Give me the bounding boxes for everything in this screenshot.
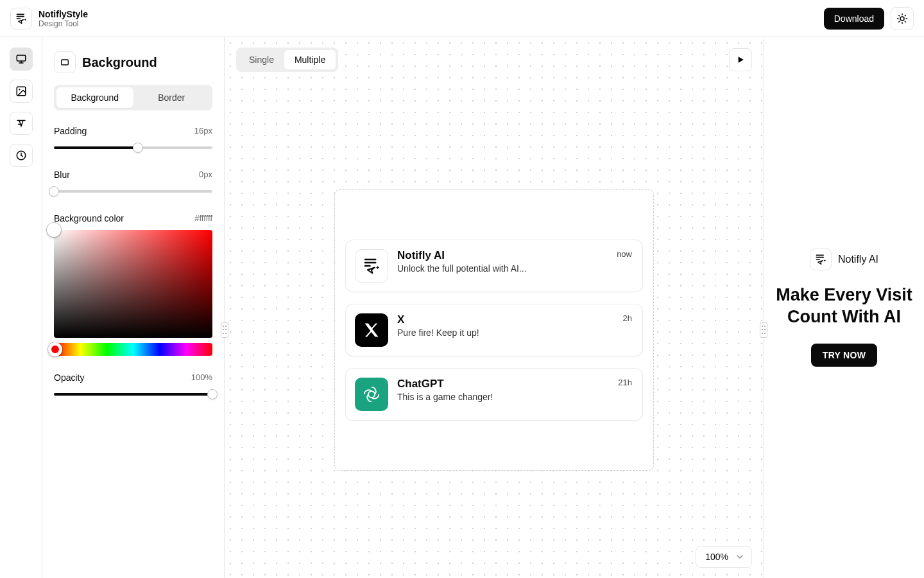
color-sv-thumb[interactable] <box>47 223 61 237</box>
section-icon <box>54 51 76 73</box>
opacity-slider-thumb[interactable] <box>207 389 218 399</box>
mode-multiple[interactable]: Multiple <box>284 50 336 69</box>
padding-value: 16px <box>194 126 212 136</box>
promo-panel: Notifly AI Make Every Visit Count With A… <box>764 37 924 578</box>
opacity-label: Opacity <box>54 372 84 383</box>
bgcolor-label: Background color <box>54 213 124 223</box>
theme-toggle[interactable] <box>891 7 914 30</box>
history-icon <box>15 150 27 161</box>
tool-rail <box>0 37 42 578</box>
play-icon <box>735 55 746 65</box>
padding-slider[interactable] <box>54 143 212 153</box>
monitor-icon <box>15 53 27 65</box>
chevron-down-icon <box>735 552 745 562</box>
notification-time: 2h <box>623 313 632 323</box>
notification-time: 21h <box>618 378 632 387</box>
blur-control: Blur 0px <box>54 170 212 197</box>
rect-icon <box>60 57 70 67</box>
canvas: Single Multiple Notifly AI Unlock the fu… <box>225 37 764 578</box>
opacity-control: Opacity 100% <box>54 372 212 399</box>
x-icon <box>355 313 388 347</box>
tab-background[interactable]: Background <box>56 87 133 108</box>
opacity-value: 100% <box>191 372 212 383</box>
color-saturation-field[interactable] <box>54 230 212 338</box>
promo-heading: Make Every Visit Count With AI <box>776 285 912 328</box>
blur-slider-thumb[interactable] <box>49 186 59 197</box>
try-now-button[interactable]: TRY NOW <box>811 344 877 367</box>
mode-tabs: Single Multiple <box>236 48 338 72</box>
notification-title: ChatGPT <box>397 378 633 390</box>
sun-icon <box>896 13 908 24</box>
notification-message: Pure fire! Keep it up! <box>397 328 633 338</box>
blur-label: Blur <box>54 170 70 180</box>
app-subtitle: Design Tool <box>38 19 88 28</box>
text-icon <box>15 118 27 129</box>
zoom-select[interactable]: 100% <box>696 546 752 568</box>
app-logo <box>10 8 32 30</box>
rail-image[interactable] <box>10 80 33 103</box>
blur-value: 0px <box>199 170 212 180</box>
notification-message: Unlock the full potential with AI... <box>397 263 633 274</box>
sidebar: Background Background Border Padding 16p… <box>42 37 225 578</box>
preview-frame[interactable]: Notifly AI Unlock the full potential wit… <box>334 189 654 471</box>
section-title: Background <box>82 55 157 70</box>
notification-message: This is a game changer! <box>397 392 633 402</box>
notification-title: Notifly AI <box>397 249 633 262</box>
resize-handle-right[interactable] <box>760 322 767 338</box>
promo-logo <box>810 249 832 270</box>
tab-border[interactable]: Border <box>133 87 210 108</box>
app-title: NotiflyStyle <box>38 9 88 19</box>
notification-card[interactable]: X Pure fire! Keep it up! 2h <box>345 304 643 356</box>
padding-slider-thumb[interactable] <box>133 143 143 153</box>
padding-control: Padding 16px <box>54 126 212 153</box>
color-picker: Background color #ffffff <box>54 213 212 356</box>
rail-background[interactable] <box>10 48 33 71</box>
color-hue-slider[interactable] <box>54 343 212 356</box>
notification-card[interactable]: ChatGPT This is a game changer! 21h <box>345 368 643 421</box>
zoom-value: 100% <box>705 552 728 562</box>
mode-single[interactable]: Single <box>239 50 284 69</box>
image-icon <box>15 85 27 97</box>
bg-border-tabs: Background Border <box>54 85 212 110</box>
notification-card[interactable]: Notifly AI Unlock the full potential wit… <box>345 240 643 292</box>
padding-label: Padding <box>54 126 87 136</box>
notification-time: now <box>617 249 632 259</box>
chatgpt-icon <box>355 378 388 411</box>
color-hue-thumb[interactable] <box>48 342 62 356</box>
promo-brand-name: Notifly AI <box>838 254 878 265</box>
download-button[interactable]: Download <box>824 8 884 30</box>
play-button[interactable] <box>729 48 752 71</box>
opacity-slider[interactable] <box>54 389 212 399</box>
bgcolor-hex: #ffffff <box>194 213 212 223</box>
notifly-icon <box>355 249 388 283</box>
rail-text[interactable] <box>10 112 33 135</box>
blur-slider[interactable] <box>54 186 212 197</box>
resize-handle-left[interactable] <box>221 322 228 338</box>
notification-title: X <box>397 313 633 326</box>
rail-history[interactable] <box>10 144 33 167</box>
